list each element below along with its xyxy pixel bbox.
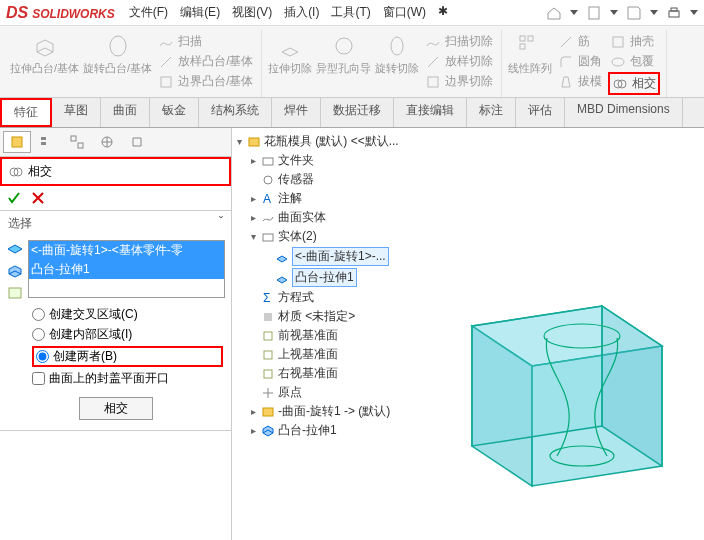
fillet-button[interactable]: 圆角 [556, 52, 604, 71]
panel-tab-dim[interactable] [93, 131, 121, 153]
select-header[interactable]: 选择ˇ [0, 211, 231, 236]
print-icon[interactable] [666, 5, 682, 21]
radio-both[interactable]: 创建两者(B) [32, 346, 223, 367]
tree-solid-bodies[interactable]: ▾实体(2) [234, 227, 702, 246]
svg-rect-15 [12, 137, 22, 147]
svg-rect-18 [71, 136, 76, 141]
menu-expand-icon[interactable]: ✱ [438, 4, 448, 21]
svg-rect-10 [520, 44, 525, 49]
svg-rect-4 [161, 77, 171, 87]
svg-point-28 [264, 176, 272, 184]
svg-rect-27 [263, 158, 273, 165]
selection-list[interactable]: <-曲面-旋转1>-<基体零件-零 凸台-拉伸1 [28, 240, 225, 298]
save-icon[interactable] [626, 5, 642, 21]
svg-point-3 [110, 36, 126, 56]
menu-file[interactable]: 文件(F) [129, 4, 168, 21]
wrap-button[interactable]: 包覆 [608, 52, 660, 71]
tab-mbd[interactable]: MBD Dimensions [565, 98, 683, 127]
face-select-icon[interactable] [6, 240, 24, 258]
viewport-3d[interactable] [432, 256, 692, 496]
svg-rect-26 [249, 138, 259, 146]
svg-rect-35 [264, 370, 272, 378]
selection-item-2[interactable]: 凸台-拉伸1 [29, 260, 224, 279]
revolve-boss-button[interactable]: 旋转凸台/基体 [83, 32, 152, 91]
svg-point-12 [612, 58, 624, 66]
quick-tools [546, 5, 698, 21]
tab-sketch[interactable]: 草图 [52, 98, 101, 127]
draft-button[interactable]: 拔模 [556, 72, 604, 91]
tab-features[interactable]: 特征 [0, 98, 52, 127]
svg-rect-11 [613, 37, 623, 47]
tab-weldment[interactable]: 焊件 [272, 98, 321, 127]
extrude-cut-button[interactable]: 拉伸切除 [268, 32, 312, 91]
revolve-cut-button[interactable]: 旋转切除 [375, 32, 419, 91]
panel-tab-extra[interactable] [123, 131, 151, 153]
menu-view[interactable]: 视图(V) [232, 4, 272, 21]
tab-directedit[interactable]: 直接编辑 [394, 98, 467, 127]
intersect-icon [8, 164, 24, 180]
qt-dropdown1[interactable] [570, 10, 578, 15]
boundary-button[interactable]: 边界凸台/基体 [156, 72, 255, 91]
qt-dropdown2[interactable] [610, 10, 618, 15]
chk-cap-planar[interactable]: 曲面上的封盖平面开口 [32, 370, 223, 387]
qt-dropdown4[interactable] [690, 10, 698, 15]
svg-rect-7 [428, 77, 438, 87]
loft-button[interactable]: 放样凸台/基体 [156, 52, 255, 71]
menu-edit[interactable]: 编辑(E) [180, 4, 220, 21]
graphics-area[interactable]: ▾花瓶模具 (默认) <<默认... ▸文件夹 传感器 ▸A注解 ▸曲面实体 ▾… [232, 128, 704, 540]
tab-evaluate[interactable]: 评估 [516, 98, 565, 127]
plane-select-icon[interactable] [6, 284, 24, 302]
tab-structure[interactable]: 结构系统 [199, 98, 272, 127]
svg-rect-8 [520, 36, 525, 41]
panel-tab-feature[interactable] [3, 131, 31, 153]
svg-rect-32 [264, 313, 272, 321]
boundary-cut-button[interactable]: 边界切除 [423, 72, 495, 91]
tab-sheetmetal[interactable]: 钣金 [150, 98, 199, 127]
hole-wizard-button[interactable]: 异型孔向导 [316, 32, 371, 91]
sweep-cut-button[interactable]: 扫描切除 [423, 32, 495, 51]
body-select-icon[interactable] [6, 262, 24, 280]
new-icon[interactable] [586, 5, 602, 21]
svg-rect-9 [528, 36, 533, 41]
main-menu: 文件(F) 编辑(E) 视图(V) 插入(I) 工具(T) 窗口(W) ✱ [129, 4, 448, 21]
tab-annotate[interactable]: 标注 [467, 98, 516, 127]
tab-datamigration[interactable]: 数据迁移 [321, 98, 394, 127]
app-logo: DS SOLIDWORKS [6, 4, 115, 22]
tree-sensors[interactable]: 传感器 [234, 170, 702, 189]
panel-tab-display[interactable] [63, 131, 91, 153]
selection-item-1[interactable]: <-曲面-旋转1>-<基体零件-零 [29, 241, 224, 260]
svg-rect-1 [669, 11, 679, 17]
sweep-button[interactable]: 扫描 [156, 32, 255, 51]
shell-button[interactable]: 抽壳 [608, 32, 660, 51]
svg-rect-30 [263, 234, 273, 241]
svg-rect-36 [263, 408, 273, 416]
radio-cross-region[interactable]: 创建交叉区域(C) [32, 306, 223, 323]
loft-cut-button[interactable]: 放样切除 [423, 52, 495, 71]
cancel-icon[interactable] [30, 190, 46, 206]
svg-marker-41 [472, 306, 602, 446]
menu-insert[interactable]: 插入(I) [284, 4, 319, 21]
tab-surface[interactable]: 曲面 [101, 98, 150, 127]
home-icon[interactable] [546, 5, 562, 21]
menu-window[interactable]: 窗口(W) [383, 4, 426, 21]
tree-root[interactable]: ▾花瓶模具 (默认) <<默认... [234, 132, 702, 151]
intersect-button[interactable]: 相交 [608, 72, 660, 95]
svg-point-5 [336, 38, 352, 54]
svg-point-6 [391, 37, 403, 55]
tree-surface-bodies[interactable]: ▸曲面实体 [234, 208, 702, 227]
rib-button[interactable]: 筋 [556, 32, 604, 51]
menu-tools[interactable]: 工具(T) [331, 4, 370, 21]
select-section: 选择ˇ <-曲面-旋转1>-<基体零件-零 凸台-拉伸1 创建交叉区域(C) [0, 211, 231, 431]
radio-internal-region[interactable]: 创建内部区域(I) [32, 326, 223, 343]
panel-tab-config[interactable] [33, 131, 61, 153]
tree-annotations[interactable]: ▸A注解 [234, 189, 702, 208]
command-actions [0, 186, 231, 211]
tree-folder[interactable]: ▸文件夹 [234, 151, 702, 170]
title-bar: DS SOLIDWORKS 文件(F) 编辑(E) 视图(V) 插入(I) 工具… [0, 0, 704, 26]
extrude-boss-button[interactable]: 拉伸凸台/基体 [10, 32, 79, 91]
ok-icon[interactable] [6, 190, 22, 206]
intersect-action-button[interactable]: 相交 [79, 397, 153, 420]
qt-dropdown3[interactable] [650, 10, 658, 15]
command-title: 相交 [0, 157, 231, 186]
linear-pattern-button[interactable]: 线性阵列 [508, 32, 552, 95]
